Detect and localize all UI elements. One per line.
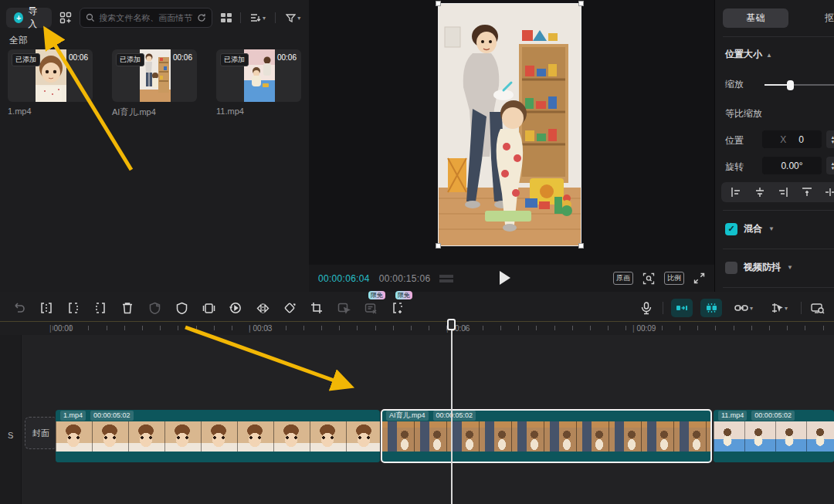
media-card-3[interactable]: 已添加 00:06 11.mp4 (216, 49, 301, 118)
rotate-stepper[interactable]: ▲▼ (826, 157, 834, 174)
clip-duration: 00:00:05:02 (751, 411, 795, 421)
smart-trim-icon[interactable]: 限免 (362, 299, 379, 316)
freeze-frame-icon[interactable] (200, 299, 217, 316)
resize-handle[interactable] (578, 1, 584, 6)
zoom-fit-icon[interactable] (642, 272, 655, 285)
mirror-icon[interactable] (254, 299, 271, 316)
timeline-clip-1[interactable]: 1.mp4 00:00:05:02 (56, 410, 380, 462)
track-area: S 封面 1.mp4 00:00:05:02 AI育儿.mp4 00:00:05… (0, 335, 834, 504)
select-region-icon[interactable] (335, 299, 352, 316)
search-input[interactable] (99, 13, 193, 22)
trim-right-icon[interactable] (92, 299, 109, 316)
preview-panel: 00:00:06:04 00:00:15:06 原画 比例 (309, 0, 714, 292)
undo-icon[interactable] (11, 299, 28, 316)
mask-icon[interactable] (173, 299, 190, 316)
media-card-2[interactable]: 已添加 00:06 AI育儿.mp4 (112, 49, 197, 118)
import-button[interactable]: + 导入 (6, 8, 52, 28)
timeline-ruler[interactable]: 00:00 00:03 00:06 00:09 (0, 321, 834, 335)
filter-all-label[interactable]: 全部 (9, 34, 28, 47)
clip-filmstrip (381, 421, 711, 452)
blend-row: ✓ 混合 ▼ (725, 222, 775, 235)
filter-icon[interactable]: ▾ (282, 9, 304, 26)
section-position-size[interactable]: 位置大小▲ (725, 48, 772, 61)
delete-icon[interactable] (119, 299, 136, 316)
media-name: AI育儿.mp4 (112, 107, 197, 118)
split-icon[interactable] (38, 299, 55, 316)
resize-handle[interactable] (436, 243, 441, 249)
chevron-down-icon[interactable]: ▼ (768, 225, 775, 232)
microphone-icon[interactable] (638, 299, 655, 316)
play-icon[interactable] (500, 271, 510, 285)
preview-scene (439, 4, 581, 245)
timeline-panel: 限免 限免 ▾ ▾ (0, 292, 834, 504)
collapse-caret-icon: ▲ (766, 52, 772, 59)
align-right-icon[interactable] (778, 187, 788, 198)
search-icon (86, 13, 95, 22)
crop-icon[interactable] (308, 299, 325, 316)
refresh-icon[interactable] (197, 13, 206, 22)
rotate-icon[interactable] (281, 299, 298, 316)
thumbnail-baby-face (36, 49, 66, 102)
cursor-mode-icon[interactable]: ▾ (765, 299, 793, 316)
reverse-icon[interactable] (227, 299, 244, 316)
rotate-input[interactable]: 0.00° (762, 157, 822, 174)
freeze-add-icon[interactable]: 限免 (389, 299, 406, 316)
scale-label: 缩放 (725, 78, 744, 91)
ratio-button[interactable]: 比例 (664, 272, 684, 285)
media-card-1[interactable]: 已添加 00:06 1.mp4 (8, 49, 93, 118)
preview-controls: 00:00:06:04 00:00:15:06 原画 比例 (309, 265, 714, 292)
duration-label: 00:06 (277, 53, 297, 62)
linkage-icon[interactable] (700, 299, 722, 317)
duration-label: 00:06 (69, 53, 88, 62)
resize-handle[interactable] (578, 243, 584, 249)
slider-thumb[interactable] (787, 80, 794, 90)
ruler-label: 00:09 (632, 324, 656, 333)
tab-matting[interactable]: 抠像 (825, 12, 834, 25)
timeline-toolbar: 限免 限免 ▾ ▾ (0, 295, 834, 321)
enhance-icon[interactable] (809, 299, 826, 316)
chevron-down-icon[interactable]: ▼ (787, 264, 793, 271)
compact-grid-icon[interactable] (58, 9, 73, 26)
align-center-v-icon[interactable] (825, 187, 834, 198)
position-stepper[interactable]: ▲▼ (826, 130, 834, 148)
mask-disabled-icon[interactable] (146, 299, 163, 316)
timeline-clip-3[interactable]: 11.mp4 00:00:05:02 (714, 410, 834, 462)
clip-filmstrip (714, 421, 834, 452)
align-left-icon[interactable] (731, 187, 741, 198)
stabilize-checkbox[interactable] (725, 262, 737, 274)
uniform-scale-label[interactable]: 等比缩放 (725, 107, 762, 120)
fullscreen-icon[interactable] (693, 272, 705, 284)
search-box[interactable] (80, 8, 212, 28)
clip-duration: 00:00:05:02 (433, 411, 476, 421)
timeline-clip-2-selected[interactable]: AI育儿.mp4 00:00:05:02 (381, 410, 711, 462)
tab-basic[interactable]: 基础 (723, 8, 788, 28)
resize-handle[interactable] (436, 1, 441, 6)
scale-slider[interactable] (764, 79, 834, 90)
thumbnail-baby-mat (244, 49, 275, 102)
frames-icon[interactable] (439, 275, 453, 282)
position-label: 位置 (725, 134, 744, 147)
cover-button[interactable]: 封面 (25, 417, 57, 449)
quality-button[interactable]: 原画 (613, 272, 633, 285)
sort-icon[interactable]: ▾ (247, 9, 270, 26)
preview-video[interactable] (438, 3, 581, 246)
trim-left-icon[interactable] (65, 299, 82, 316)
clip-duration: 00:00:05:02 (90, 411, 134, 421)
blend-checkbox[interactable]: ✓ (725, 223, 737, 235)
playhead-handle[interactable] (447, 319, 456, 330)
layout-grid-icon[interactable] (219, 9, 234, 26)
media-name: 1.mp4 (8, 107, 93, 116)
playhead-line (451, 321, 453, 504)
limited-free-badge: 限免 (395, 291, 412, 299)
video-editor-app: + 导入 (0, 0, 834, 504)
position-x-input[interactable]: X0 (762, 130, 822, 148)
track-letter: S (8, 431, 13, 440)
clip-name: AI育儿.mp4 (386, 411, 429, 421)
current-time: 00:00:06:04 (318, 273, 370, 284)
link-dropdown-icon[interactable]: ▾ (730, 299, 758, 316)
rotate-label: 旋转 (725, 161, 744, 174)
snap-icon[interactable] (671, 299, 693, 317)
added-badge: 已添加 (220, 53, 249, 66)
align-top-icon[interactable] (802, 187, 812, 198)
align-center-h-icon[interactable] (754, 187, 765, 198)
